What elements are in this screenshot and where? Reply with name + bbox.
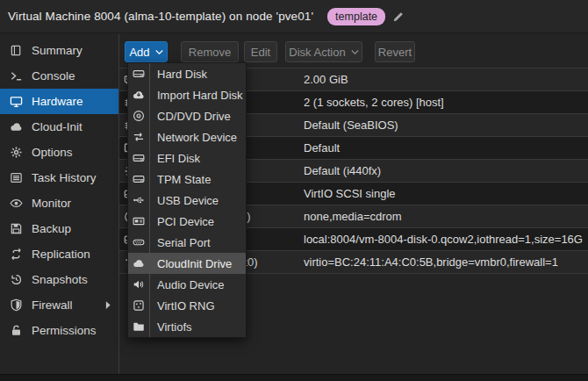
menu-item-network-device[interactable]: Network Device <box>128 126 246 147</box>
hdd-icon <box>128 173 149 185</box>
edit-button-label: Edit <box>251 46 270 59</box>
edit-pencil-icon[interactable] <box>392 11 405 23</box>
menu-item-cddvd-drive[interactable]: CD/DVD Drive <box>128 105 246 126</box>
menu-item-audio-device[interactable]: Audio Device <box>128 274 246 295</box>
edit-button[interactable]: Edit <box>244 41 277 62</box>
sidebar-item-label: Monitor <box>32 197 71 210</box>
row-value: virtio=BC:24:11:A4:C0:5B,bridge=vmbr0,fi… <box>304 255 558 269</box>
cloud-download-icon <box>128 89 149 101</box>
menu-item-label: TPM State <box>149 173 211 186</box>
sidebar-item-cloud-init[interactable]: Cloud-Init <box>0 114 118 140</box>
history-icon <box>10 273 23 286</box>
sidebar-item-firewall[interactable]: Firewall <box>0 292 118 318</box>
add-button[interactable]: Add <box>125 41 168 62</box>
menu-item-label: VirtIO RNG <box>149 299 215 313</box>
vm-nav-sidebar: Summary Console Hardware Cloud-Init Opti… <box>0 34 118 374</box>
revert-button[interactable]: Revert <box>375 41 415 62</box>
menu-item-cloudinit-drive[interactable]: CloudInit Drive <box>128 253 246 274</box>
sidebar-item-label: Replication <box>32 248 90 261</box>
serial-icon <box>128 236 149 248</box>
sidebar-item-monitor[interactable]: Monitor <box>0 190 118 216</box>
menu-item-label: Audio Device <box>149 278 225 291</box>
chevron-down-icon <box>351 49 359 55</box>
menu-item-label: CD/DVD Drive <box>149 110 231 123</box>
add-button-label: Add <box>129 46 149 59</box>
row-value: VirtIO SCSI single <box>304 187 396 200</box>
menu-item-label: CloudInit Drive <box>149 257 232 270</box>
row-value: 2.00 GiB <box>304 73 348 86</box>
sidebar-item-hardware[interactable]: Hardware <box>0 89 118 114</box>
remove-button[interactable]: Remove <box>181 41 239 62</box>
menu-item-label: Import Hard Disk <box>149 89 243 102</box>
sidebar-item-label: Backup <box>32 222 71 235</box>
sidebar-item-label: Summary <box>32 44 82 57</box>
menu-item-efi-disk[interactable]: EFI Disk <box>128 147 246 169</box>
menu-item-label: Hard Disk <box>149 68 207 81</box>
titlebar: Virtual Machine 8004 (alma-10-template) … <box>0 0 588 33</box>
dice-icon <box>128 299 149 312</box>
cloud-icon <box>128 257 149 270</box>
sidebar-item-label: Options <box>32 146 73 159</box>
eye-icon <box>10 197 23 210</box>
sidebar-item-console[interactable]: Console <box>0 63 118 89</box>
menu-item-label: Network Device <box>149 131 237 144</box>
sidebar-item-replication[interactable]: Replication <box>0 241 118 267</box>
gear-icon <box>10 146 23 159</box>
usb-icon <box>128 194 149 206</box>
disk-action-button-label: Disk Action <box>289 46 345 59</box>
speaker-icon <box>128 278 149 291</box>
display-icon <box>10 95 23 108</box>
book-icon <box>10 44 23 57</box>
sidebar-item-label: Cloud-Init <box>32 120 82 133</box>
menu-item-hard-disk[interactable]: Hard Disk <box>128 63 246 84</box>
row-value: Default (SeaBIOS) <box>304 119 398 132</box>
menu-item-label: PCI Device <box>149 215 214 228</box>
menu-item-usb-device[interactable]: USB Device <box>128 190 246 211</box>
sidebar-item-task-history[interactable]: Task History <box>0 165 118 190</box>
row-value: Default <box>304 141 340 155</box>
page-title: Virtual Machine 8004 (alma-10-template) … <box>8 10 313 23</box>
repeat-icon <box>10 248 23 261</box>
sidebar-item-label: Task History <box>32 171 97 184</box>
sidebar-item-permissions[interactable]: Permissions <box>0 318 118 343</box>
chevron-down-icon <box>155 49 163 55</box>
terminal-icon <box>10 69 23 83</box>
disk-action-button[interactable]: Disk Action <box>285 41 362 62</box>
row-value: local:8004/vm-8004-disk-0.qcow2,iothread… <box>304 233 583 246</box>
sidebar-item-label: Permissions <box>32 324 97 337</box>
revert-button-label: Revert <box>378 46 412 59</box>
remove-button-label: Remove <box>189 46 231 59</box>
menu-item-virtio-rng[interactable]: VirtIO RNG <box>128 295 246 316</box>
sidebar-item-snapshots[interactable]: Snapshots <box>0 267 118 292</box>
exchange-icon <box>128 131 149 143</box>
sidebar-item-label: Snapshots <box>32 273 88 286</box>
menu-item-tpm-state[interactable]: TPM State <box>128 169 246 190</box>
hdd-icon <box>128 152 149 164</box>
disc-icon <box>128 110 149 122</box>
floppy-icon <box>10 222 23 235</box>
row-value: none,media=cdrom <box>304 210 402 223</box>
list-icon <box>10 171 23 184</box>
sidebar-item-summary[interactable]: Summary <box>0 38 118 63</box>
pci-icon <box>128 215 149 227</box>
unlock-icon <box>10 324 23 337</box>
sidebar-item-label: Hardware <box>32 95 83 108</box>
menu-item-label: USB Device <box>149 194 219 207</box>
sidebar-item-label: Firewall <box>32 298 73 312</box>
folder-icon <box>128 320 149 333</box>
menu-item-virtiofs[interactable]: Virtiofs <box>128 316 246 337</box>
add-dropdown-menu: Hard Disk Import Hard Disk CD/DVD Drive … <box>127 62 247 338</box>
row-value: 2 (1 sockets, 2 cores) [host] <box>304 96 444 109</box>
menu-item-label: Serial Port <box>149 236 211 249</box>
row-value: Default (i440fx) <box>304 164 381 177</box>
sidebar-item-options[interactable]: Options <box>0 140 118 165</box>
menu-item-import-hard-disk[interactable]: Import Hard Disk <box>128 84 246 105</box>
menu-item-serial-port[interactable]: Serial Port <box>128 232 246 253</box>
sidebar-item-label: Console <box>32 69 75 83</box>
menu-item-pci-device[interactable]: PCI Device <box>128 211 246 232</box>
bottom-panel-edge <box>0 374 588 381</box>
shield-icon <box>10 298 23 312</box>
sidebar-item-backup[interactable]: Backup <box>0 216 118 241</box>
hdd-icon <box>128 68 149 80</box>
cloud-icon <box>10 120 23 133</box>
